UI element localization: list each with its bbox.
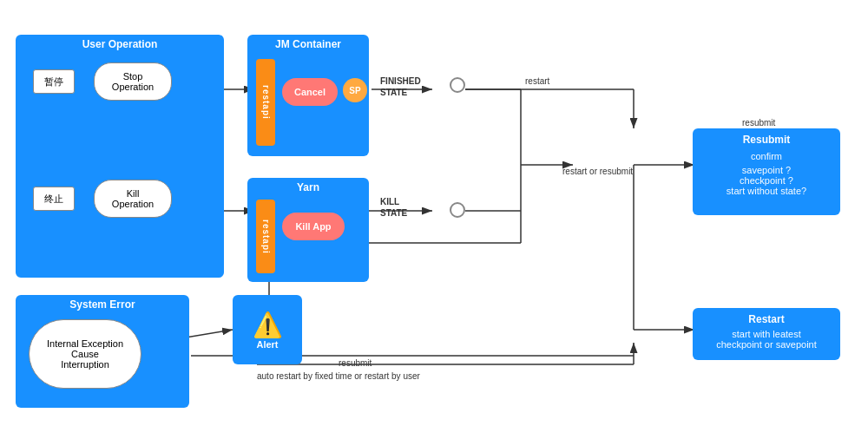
kill-operation-node: Kill Operation bbox=[94, 180, 172, 218]
yarn-title: Yarn bbox=[247, 178, 369, 195]
user-operation-title: User Operation bbox=[16, 35, 224, 52]
kill-state-circle bbox=[450, 202, 465, 218]
internal-exception-node: Internal Exception Cause Interruption bbox=[29, 319, 141, 389]
finished-state-label: FINISHED STATE bbox=[380, 75, 421, 98]
jm-container-box: JM Container restapi Cancel SP bbox=[247, 35, 369, 156]
sp-oval: SP bbox=[343, 78, 367, 102]
kill-button[interactable]: 终止 bbox=[33, 187, 75, 211]
resubmit-box: Resubmit confirm savepoint ? checkpoint … bbox=[693, 128, 840, 215]
restart-or-resubmit-label: restart or resubmit bbox=[562, 167, 633, 176]
restart-line1: start with leatest bbox=[700, 329, 833, 339]
jm-restapi-bar: restapi bbox=[256, 59, 275, 146]
user-operation-box: User Operation 暂停 Stop Operation 终止 Kill… bbox=[16, 35, 224, 278]
kill-state-label: KILL STATE bbox=[380, 196, 407, 219]
stop-operation-node: Stop Operation bbox=[94, 62, 172, 101]
alert-box: ⚠️ Alert bbox=[233, 295, 302, 364]
jm-container-title: JM Container bbox=[247, 35, 369, 52]
alert-label: Alert bbox=[256, 339, 278, 350]
cancel-oval[interactable]: Cancel bbox=[282, 78, 338, 106]
pause-button[interactable]: 暂停 bbox=[33, 69, 75, 94]
resubmit-line3: checkpoint ? bbox=[700, 175, 833, 186]
diagram: User Operation 暂停 Stop Operation 终止 Kill… bbox=[0, 0, 868, 439]
resubmit-line4: start without state? bbox=[700, 186, 833, 196]
restart-label: restart bbox=[525, 76, 549, 86]
auto-restart-label: auto restart by fixed time or restart by… bbox=[257, 371, 420, 381]
restart-line2: checkpoint or savepoint bbox=[700, 339, 833, 350]
kill-app-oval[interactable]: Kill App bbox=[282, 213, 345, 240]
resubmit-bottom-label: resubmit bbox=[339, 358, 372, 368]
resubmit-line1: confirm bbox=[700, 149, 833, 165]
system-error-title: System Error bbox=[16, 295, 189, 312]
resubmit-title: Resubmit bbox=[700, 134, 833, 146]
finished-state-circle bbox=[450, 77, 465, 93]
restart-box: Restart start with leatest checkpoint or… bbox=[693, 308, 840, 360]
warning-icon: ⚠️ bbox=[253, 311, 283, 339]
system-error-box: System Error Internal Exception Cause In… bbox=[16, 295, 189, 408]
restart-title: Restart bbox=[700, 313, 833, 325]
yarn-box: Yarn restapi Kill App bbox=[247, 178, 369, 282]
resubmit-line2: savepoint ? bbox=[700, 165, 833, 175]
resubmit-top-label: resubmit bbox=[742, 118, 775, 128]
yarn-restapi-bar: restapi bbox=[256, 200, 275, 273]
